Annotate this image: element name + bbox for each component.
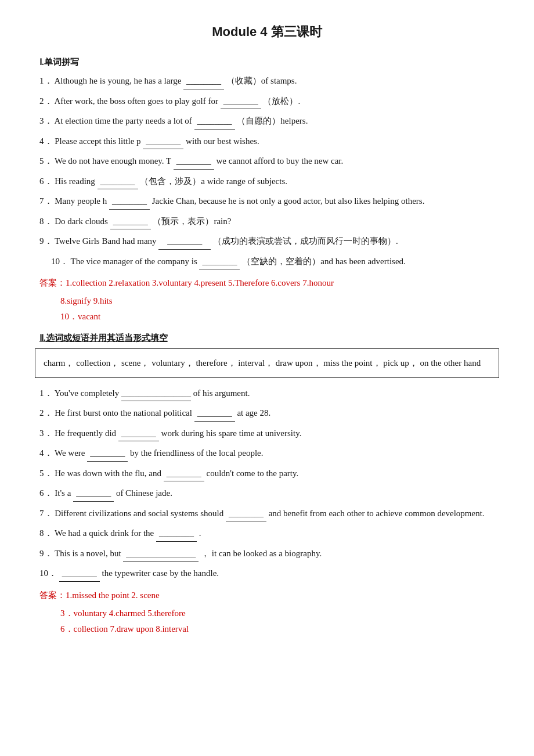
sq6-blank: ________ [73, 486, 114, 502]
q7-blank: ________ [109, 194, 150, 210]
q10-blank: ________ [199, 254, 240, 270]
q6-text-before: His reading [55, 177, 95, 186]
sq3-text-after: work during his spare time at university… [161, 429, 302, 438]
q8-text-before: Do dark clouds [55, 217, 108, 226]
sq9-text-after: ， it can be looked as a biography. [201, 549, 322, 558]
section1-title: Ⅰ.单词拼写 [39, 57, 499, 68]
q5-num: 5． [39, 156, 53, 165]
question-10: 10． The vice manager of the company is _… [35, 254, 499, 270]
s2-question-9: 9． This is a novel, but ________________… [35, 546, 499, 562]
q4-text-before: Please accept this little p [55, 136, 140, 146]
q9-text-after: （成功的表演或尝试，成功而风行一时的事物）. [213, 236, 398, 246]
section1-answer3: 10．vacant [35, 309, 499, 325]
q10-num: 10． [51, 257, 68, 266]
sq1-num: 1． [39, 388, 53, 398]
q6-blank: ________ [98, 174, 138, 190]
sq3-blank: ________ [118, 426, 159, 442]
sq7-num: 7． [39, 509, 53, 518]
q9-num: 9． [39, 236, 53, 246]
sq9-text-before: This is a novel, but [55, 549, 121, 558]
question-3: 3． At election time the party needs a lo… [35, 114, 499, 129]
q1-blank: ________ [183, 74, 224, 89]
q7-text-after: Jackie Chan, because he is not only a go… [152, 196, 425, 206]
s2-question-7: 7． Different civilizations and social sy… [35, 506, 499, 522]
s2-question-5: 5． He was down with the flu, and _______… [35, 466, 499, 482]
section1: Ⅰ.单词拼写 1． Although he is young, he has a… [35, 57, 499, 325]
q5-text-after: we cannot afford to buy the new car. [216, 156, 343, 165]
q10-text-before: The vice manager of the company is [70, 257, 197, 266]
sq9-blank: ________________ [123, 546, 199, 562]
sq4-num: 4． [39, 448, 53, 458]
sq6-text-before: It's a [55, 488, 71, 498]
sq7-text-before: Different civilizations and social syste… [55, 509, 223, 518]
sq7-text-after: and benefit from each other to achieve c… [269, 509, 485, 518]
sq1-blank: ________________ [121, 386, 191, 402]
sq5-text-before: He was down with the flu, and [55, 469, 161, 478]
q9-blank: ________ [158, 234, 211, 250]
answer-label-2: 答案： [39, 591, 66, 600]
answer-text-1: 1.collection 2.relaxation 3.voluntary 4.… [66, 278, 334, 287]
sq8-text-after: . [199, 528, 201, 538]
question-1: 1． Although he is young, he has a large … [35, 74, 499, 89]
q9-text-before: Twelve Girls Band had many [55, 236, 157, 246]
question-5: 5． We do not have enough money. T ______… [35, 154, 499, 170]
s2-question-4: 4． We were ________ by the friendliness … [35, 446, 499, 462]
q4-blank: ________ [143, 134, 183, 150]
sq2-text-before: He first burst onto the national politic… [55, 408, 192, 417]
sq6-num: 6． [39, 488, 53, 498]
sq5-text-after: couldn't come to the party. [206, 469, 298, 478]
sq3-text-before: He frequently did [55, 429, 116, 438]
question-4: 4． Please accept this little p ________ … [35, 134, 499, 150]
question-2: 2． After work, the boss often goes to pl… [35, 94, 499, 110]
q5-text-before: We do not have enough money. T [55, 156, 171, 165]
q5-blank: ________ [174, 154, 214, 170]
sq6-text-after: of Chinese jade. [116, 488, 172, 498]
q8-num: 8． [39, 217, 53, 226]
sq7-blank: ________ [226, 506, 266, 522]
section1-answer: 答案：1.collection 2.relaxation 3.voluntary… [35, 275, 499, 291]
q4-num: 4． [39, 136, 53, 146]
q1-text-before: Although he is young, he has a large [54, 76, 181, 85]
sq2-text-after: at age 28. [237, 408, 270, 417]
section2: Ⅱ.选词或短语并用其适当形式填空 charm， collection， scen… [35, 333, 499, 637]
sq10-num: 10． [39, 568, 57, 578]
q2-text-after: （放松）. [263, 96, 300, 106]
question-8: 8． Do dark clouds ________ （预示，表示）rain? [35, 214, 499, 230]
word-box: charm， collection， scene， voluntary， the… [35, 348, 499, 378]
q10-text-after: （空缺的，空着的）and has been advertised. [242, 257, 406, 266]
q1-num: 1． [39, 76, 53, 85]
q3-text-after: （自愿的）helpers. [237, 116, 308, 125]
sq10-blank: ________ [59, 566, 100, 582]
s2-question-8: 8． We had a quick drink for the ________… [35, 526, 499, 542]
section2-answer: 答案：1.missed the point 2. scene [35, 588, 499, 603]
s2-question-1: 1． You've completely ________________ of… [35, 386, 499, 402]
q2-blank: ________ [221, 94, 261, 110]
q8-text-after: （预示，表示）rain? [153, 217, 231, 226]
q3-blank: ________ [194, 114, 235, 129]
q7-text-before: Many people h [55, 196, 107, 206]
q8-blank: ________ [110, 214, 151, 230]
sq4-text-after: by the friendliness of the local people. [130, 448, 264, 458]
question-9: 9． Twelve Girls Band had many ________ （… [35, 234, 499, 250]
q7-num: 7． [39, 196, 53, 206]
sq4-text-before: We were [55, 448, 85, 458]
q3-num: 3． [39, 116, 53, 125]
q6-text-after: （包含，涉及）a wide range of subjects. [140, 177, 287, 186]
question-6: 6． His reading ________ （包含，涉及）a wide ra… [35, 174, 499, 190]
page-title: Module 4 第三课时 [35, 23, 499, 41]
s2-question-3: 3． He frequently did ________ work durin… [35, 426, 499, 442]
q4-text-after: with our best wishes. [186, 136, 259, 146]
sq2-blank: ________ [194, 406, 235, 422]
sq5-blank: ________ [164, 466, 204, 482]
q2-text-before: After work, the boss often goes to play … [54, 96, 218, 106]
sq5-num: 5． [39, 469, 53, 478]
section1-answer2: 8.signify 9.hits [35, 293, 499, 309]
s2-question-6: 6． It's a ________ of Chinese jade. [35, 486, 499, 502]
q2-num: 2． [39, 96, 53, 106]
s2-question-2: 2． He first burst onto the national poli… [35, 406, 499, 422]
answer-text-2a: 1.missed the point 2. scene [66, 591, 160, 600]
sq9-num: 9． [39, 549, 53, 558]
q6-num: 6． [39, 177, 53, 186]
sq10-text-after: the typewriter case by the handle. [102, 568, 219, 578]
answer-label-1: 答案： [39, 278, 66, 287]
